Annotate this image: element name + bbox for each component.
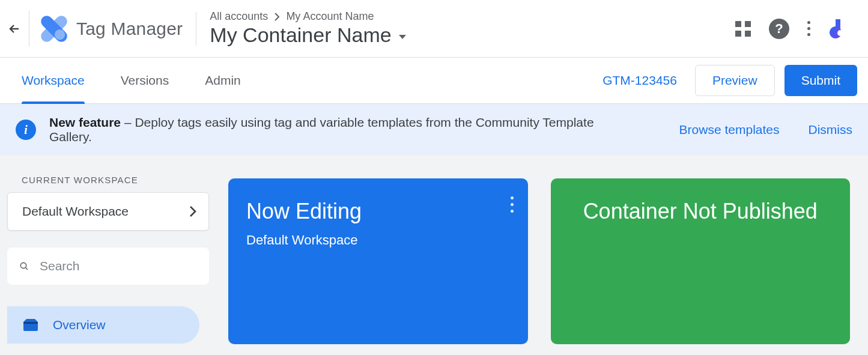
- card-overflow-menu[interactable]: [511, 196, 514, 213]
- help-icon: ?: [769, 19, 789, 39]
- dismiss-banner-link[interactable]: Dismiss: [809, 123, 853, 137]
- svg-point-4: [20, 262, 26, 268]
- overflow-menu-button[interactable]: [807, 21, 810, 36]
- container-selector[interactable]: My Container Name: [210, 23, 405, 47]
- tab-versions[interactable]: Versions: [121, 58, 169, 103]
- search-box[interactable]: [7, 247, 209, 285]
- more-vertical-icon: [807, 21, 810, 36]
- container-name: My Container Name: [210, 23, 391, 47]
- banner-text: New feature – Deploy tags easily using t…: [49, 115, 637, 144]
- sidebar-item-overview[interactable]: Overview: [7, 306, 199, 344]
- preview-button[interactable]: Preview: [695, 65, 775, 96]
- workspace-selector[interactable]: Default Workspace: [7, 192, 209, 231]
- gtm-logo-icon: [40, 15, 68, 43]
- tab-workspace[interactable]: Workspace: [22, 58, 85, 103]
- svg-rect-5: [23, 322, 38, 324]
- more-vertical-icon: [511, 196, 514, 199]
- svg-point-3: [837, 30, 843, 36]
- help-button[interactable]: ?: [769, 19, 789, 39]
- back-button[interactable]: [0, 0, 29, 58]
- arrow-left-icon: [7, 22, 22, 36]
- submit-button[interactable]: Submit: [785, 65, 857, 96]
- banner-body: – Deploy tags easily using tag and varia…: [49, 115, 594, 144]
- banner-bold: New feature: [49, 115, 121, 129]
- account-brand-button[interactable]: [828, 17, 852, 41]
- brand-b-icon: [828, 17, 852, 41]
- breadcrumb-root: All accounts: [210, 10, 268, 23]
- card-subtitle: Default Workspace: [246, 232, 510, 248]
- chevron-right-icon: [274, 13, 280, 21]
- now-editing-card: Now Editing Default Workspace: [228, 178, 528, 344]
- svg-point-2: [55, 29, 65, 39]
- info-icon: i: [16, 120, 36, 140]
- apps-button[interactable]: [735, 21, 751, 37]
- sidebar-section-label: CURRENT WORKSPACE: [22, 175, 209, 185]
- apps-grid-icon: [735, 21, 751, 37]
- browse-templates-link[interactable]: Browse templates: [679, 123, 780, 137]
- overview-icon: [23, 318, 38, 332]
- publish-status-card: Container Not Published: [551, 178, 851, 344]
- chevron-right-icon: [189, 205, 196, 217]
- container-id-link[interactable]: GTM-123456: [602, 73, 677, 88]
- info-banner: i New feature – Deploy tags easily using…: [0, 104, 868, 156]
- app-brand[interactable]: Tag Manager: [38, 15, 183, 43]
- card-title: Now Editing: [246, 199, 510, 224]
- search-input[interactable]: [40, 259, 197, 273]
- search-icon: [19, 259, 29, 273]
- divider: [196, 12, 196, 46]
- workspace-name: Default Workspace: [22, 204, 129, 219]
- app-title: Tag Manager: [76, 19, 183, 39]
- caret-down-icon: [399, 35, 406, 39]
- card-title: Container Not Published: [569, 199, 833, 224]
- divider: [29, 11, 29, 47]
- sidebar-item-label: Overview: [53, 318, 106, 332]
- breadcrumb[interactable]: All accounts My Account Name: [210, 10, 405, 23]
- tab-admin[interactable]: Admin: [205, 58, 241, 103]
- breadcrumb-account: My Account Name: [286, 10, 374, 23]
